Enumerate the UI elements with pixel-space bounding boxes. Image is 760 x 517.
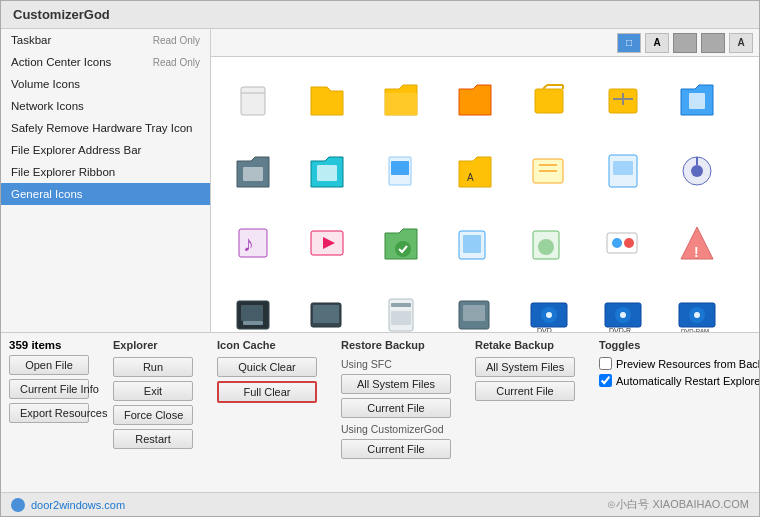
restore-backup-title: Restore Backup <box>341 339 451 351</box>
preview-checkbox[interactable] <box>599 357 612 370</box>
toolbar-btn-1[interactable]: □ <box>617 33 641 53</box>
icon-item[interactable]: DVD-R <box>589 281 657 332</box>
sidebar-item-badge: Read Only <box>153 35 200 46</box>
icon-item[interactable] <box>367 65 435 133</box>
sidebar-item[interactable]: Safely Remove Hardware Tray Icon <box>1 117 210 139</box>
icon-item[interactable]: ! <box>663 209 731 277</box>
icon-item[interactable] <box>367 209 435 277</box>
svg-rect-27 <box>613 161 633 175</box>
bottom-sections: 359 items Run Open File Current File Inf… <box>1 333 759 492</box>
icon-item[interactable] <box>441 65 509 133</box>
icon-cache-title: Icon Cache <box>217 339 317 351</box>
icon-item[interactable] <box>663 65 731 133</box>
svg-rect-48 <box>243 321 263 325</box>
sidebar-item-badge: Read Only <box>153 57 200 68</box>
exit-btn[interactable]: Exit <box>113 381 193 401</box>
icon-item[interactable] <box>441 209 509 277</box>
sidebar-item[interactable]: TaskbarRead Only <box>1 29 210 51</box>
icon-item[interactable] <box>589 209 657 277</box>
svg-point-58 <box>546 312 552 318</box>
icon-item[interactable] <box>515 137 583 205</box>
icon-area: □ A A <box>211 29 759 332</box>
full-clear-btn[interactable]: Full Clear <box>217 381 317 403</box>
svg-rect-50 <box>313 305 339 323</box>
auto-restart-checkbox[interactable] <box>599 374 612 387</box>
main-content: TaskbarRead OnlyAction Center IconsRead … <box>1 29 759 332</box>
icon-item[interactable] <box>367 137 435 205</box>
icon-item[interactable]: DVD-RAM <box>663 281 731 332</box>
sidebar-item[interactable]: General Icons <box>1 183 210 205</box>
sidebar-item[interactable]: Network Icons <box>1 95 210 117</box>
restore-sub1: Using SFC <box>341 358 451 370</box>
icon-item[interactable] <box>219 281 287 332</box>
sidebar-item[interactable]: Volume Icons <box>1 73 210 95</box>
icon-item[interactable] <box>293 65 361 133</box>
icon-item[interactable] <box>219 65 287 133</box>
status-icon <box>11 498 25 512</box>
svg-rect-55 <box>463 305 485 321</box>
retake-all-system-btn[interactable]: All System Files <box>475 357 575 377</box>
sidebar: TaskbarRead OnlyAction Center IconsRead … <box>1 29 211 332</box>
svg-point-42 <box>612 238 622 248</box>
section-icon-cache: Icon Cache Quick Clear Full Clear <box>217 339 317 486</box>
svg-point-66 <box>694 312 700 318</box>
svg-marker-4 <box>385 93 417 115</box>
icon-item[interactable]: A <box>441 137 509 205</box>
explorer-title: Explorer <box>113 339 193 351</box>
status-site[interactable]: door2windows.com <box>31 499 125 511</box>
restore-all-system-btn[interactable]: All System Files <box>341 374 451 394</box>
preview-label: Preview Resources from Backup <box>616 358 759 370</box>
preview-toggle-row: Preview Resources from Backup <box>599 357 759 370</box>
run-btn[interactable]: Run <box>113 357 193 377</box>
icon-item[interactable]: DVD <box>515 281 583 332</box>
restore-current-file2-btn[interactable]: Current File <box>341 439 451 459</box>
svg-rect-18 <box>317 165 337 181</box>
svg-point-43 <box>624 238 634 248</box>
open-file-btn2[interactable]: Open File <box>9 355 89 375</box>
svg-text:♪: ♪ <box>243 231 254 256</box>
icon-item[interactable]: ♪ <box>219 209 287 277</box>
restart-btn[interactable]: Restart <box>113 429 193 449</box>
icon-item[interactable] <box>515 209 583 277</box>
force-close-btn[interactable]: Force Close <box>113 405 193 425</box>
svg-point-36 <box>395 241 411 257</box>
icon-item[interactable] <box>293 281 361 332</box>
retake-current-file-btn[interactable]: Current File <box>475 381 575 401</box>
current-file-info-btn[interactable]: Current File Info <box>9 379 89 399</box>
svg-point-29 <box>691 165 703 177</box>
item-count: 359 items <box>9 339 89 351</box>
sidebar-item-label: Safely Remove Hardware Tray Icon <box>11 122 193 134</box>
svg-text:A: A <box>467 172 474 183</box>
icon-item[interactable] <box>663 137 731 205</box>
svg-marker-5 <box>459 85 491 115</box>
icon-item[interactable] <box>293 137 361 205</box>
restore-current-file-btn[interactable]: Current File <box>341 398 451 418</box>
sidebar-item[interactable]: Action Center IconsRead Only <box>1 51 210 73</box>
icon-item[interactable] <box>589 65 657 133</box>
svg-rect-52 <box>391 303 411 307</box>
svg-marker-21 <box>459 157 491 187</box>
toolbar-btn-a2[interactable]: A <box>729 33 753 53</box>
svg-text:DVD-RAM: DVD-RAM <box>681 328 709 332</box>
icon-item[interactable] <box>293 209 361 277</box>
watermark-text: ⊙小白号 XIAOBAIHAO.COM <box>607 497 749 512</box>
svg-rect-47 <box>241 305 263 321</box>
icon-item[interactable] <box>441 281 509 332</box>
sidebar-item-label: Action Center Icons <box>11 56 111 68</box>
toolbar-btn-a1[interactable]: A <box>645 33 669 53</box>
restore-sub2: Using CustomizerGod <box>341 423 451 435</box>
quick-clear-btn[interactable]: Quick Clear <box>217 357 317 377</box>
svg-rect-14 <box>689 93 705 109</box>
svg-text:DVD-R: DVD-R <box>609 327 631 332</box>
section-explorer: Explorer Run Exit Force Close Restart <box>113 339 193 486</box>
sidebar-item[interactable]: File Explorer Address Bar <box>1 139 210 161</box>
icon-item[interactable] <box>367 281 435 332</box>
icon-item[interactable] <box>589 137 657 205</box>
sidebar-item[interactable]: File Explorer Ribbon <box>1 161 210 183</box>
icon-toolbar: □ A A <box>211 29 759 57</box>
export-resources-btn[interactable]: Export Resources <box>9 403 89 423</box>
icon-item[interactable] <box>515 65 583 133</box>
section-toggles: Toggles Preview Resources from Backup Au… <box>599 339 759 486</box>
icon-item[interactable] <box>219 137 287 205</box>
svg-rect-38 <box>463 235 481 253</box>
